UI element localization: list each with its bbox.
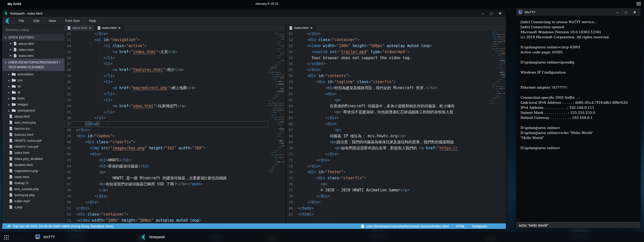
code-line[interactable]: 63 在香港的Minecraft 伺服器中，多為小遊戲和純生存的伺服器，較少擁有 [286,103,489,109]
sidebar-file[interactable]: HKWTC rule.pdf [2,144,65,150]
sidebar-folder[interactable]: css [2,77,65,83]
code-line[interactable]: 67 <p> [286,127,489,133]
code-line[interactable]: 27 <li> [65,61,268,67]
chevron-right-icon[interactable] [8,90,10,94]
code-line[interactable]: 52 <div class="container"> [286,37,489,43]
menu-item[interactable]: File [14,17,29,25]
code-line[interactable]: 25 <a href="index.html">主頁</a> [65,49,268,55]
sidebar-folder[interactable]: yamiyamimi [2,107,65,113]
system-menu-title[interactable]: My ArOZ [8,2,21,6]
sidebar-file[interactable]: index.php_disabled [2,156,65,162]
close-icon[interactable]: ✕ [9,48,12,51]
swap-arrows-icon[interactable]: ⇄ [7,224,11,228]
code-line[interactable]: 79 </div> [286,199,489,205]
code-line[interactable]: 55 Your browser does not support the vid… [286,55,489,61]
sidebar-file[interactable]: x.php [2,204,65,210]
sidebar-file[interactable]: trailer.mp4 [2,198,65,204]
code-line[interactable]: 61 <div> [286,91,489,97]
app-grid-icon[interactable] [4,234,9,239]
tab-close-icon[interactable]: ✕ [89,26,91,30]
open-editor-item[interactable]: ✕ index.html [2,47,65,53]
sidebar-file[interactable]: teabag.7z [2,180,65,186]
code-line[interactable]: 53<video width="100%" height="500px" aut… [65,218,268,223]
sidebar-file[interactable]: about.html [2,113,65,119]
code-line[interactable]: 50 </div> [65,199,268,205]
menu-item[interactable]: Edit [29,17,44,25]
code-line[interactable]: 34 <a href="news.html">玩家傳送門</a> [65,103,268,109]
code-line[interactable]: 49 </div> [65,193,268,199]
code-line[interactable]: 30 <li> [65,79,268,85]
close-button[interactable] [496,11,504,16]
code-line[interactable]: 29 </li> [65,73,268,79]
code-line[interactable]: 59 <div id="tagline" class="clearfix"> [286,79,489,85]
code-line[interactable]: 62 <p> [286,97,489,103]
code-line[interactable]: 47 <b>你知道我們全線伺服器已轉用 SSD 了嗎？</b></span> [65,181,268,187]
tab-close-icon[interactable]: ✕ [310,26,313,30]
maximize-button[interactable] [622,9,630,15]
minimap-right[interactable]: </div> <div class="container"> <video wi… [489,31,505,223]
code-line[interactable]: 76 <p> [286,181,489,187]
tab-close-icon[interactable]: ✕ [118,26,121,30]
code-line[interactable]: 64 <p> 即使你不是建築師，你也能透過紅石師或鐵路工程師的身份加入我 [286,109,489,115]
menu-item[interactable]: Font Size [61,17,84,25]
open-editors-section[interactable]: OPEN EDITORS [2,34,65,41]
code-line[interactable]: 32 </li> [65,91,268,97]
code-line[interactable]: 42 <div> [65,151,268,157]
notepad-titlebar[interactable]: NotepadA - index.html [2,10,506,17]
sidebar-file[interactable]: index.html [2,150,65,156]
sidebar-file[interactable]: add_vhost.php [2,119,65,125]
code-line[interactable]: 40 <div class="clearfix"> [65,139,268,145]
statusbar-filepath[interactable]: user:/Desktop/screenshot/test/www cleane… [366,224,449,228]
hamburger-menu-icon[interactable] [636,2,641,5]
code-line[interactable]: 77 © 2018 - 2019 HKWTC Animation Gamer</… [286,187,489,193]
code-line[interactable]: 75 <div class="clearfix"> [286,175,489,181]
code-line[interactable]: 60 <h1>特別為建築及鐵路而設，現代化的 Minecraft 世界.</h1… [286,85,489,91]
minimize-button[interactable] [614,9,621,15]
code-line[interactable]: 69 <p>請注意，我們的伺服器為確保玩家及遊玩時的質素，我們對的服器開啟 [286,139,489,145]
code-line[interactable]: 54 <source src="trailer.mp4" type="video… [286,49,489,55]
sidebar-file[interactable]: test_sockets.php [2,186,65,192]
sidebar-file[interactable]: testmysql.php [2,192,65,198]
sidebar-file[interactable]: features.html [2,131,65,137]
code-line[interactable]: 48 </p> [65,187,268,193]
chevron-right-icon[interactable] [8,84,10,88]
sidebar-folder[interactable]: dc [2,83,65,89]
code-line[interactable]: 26 </li> [65,55,268,61]
code-line[interactable]: 58 <div id="contents"> [286,73,489,79]
code-area-right[interactable]: 51 </div> 52 <div class="container"> 53 … [286,31,489,223]
code-line[interactable]: 51</div> [65,205,268,212]
code-line[interactable]: 53 <video width="100%" height="500px" au… [286,43,489,49]
code-line[interactable]: 72 </div> [286,157,489,163]
sidebar-file[interactable]: HKWTC notice.pdf [2,137,65,144]
editor-tab[interactable]: about.html ✕ [65,25,95,31]
code-line[interactable]: 57 </div> [286,67,489,73]
code-line[interactable]: 80</body> [286,205,489,212]
code-line[interactable]: 56 </video> [286,61,489,67]
code-line[interactable]: 31 <a href="mapredirect.php">網上地圖</a> [65,85,268,91]
code-line[interactable]: 70 <p>如有問題或需要申請白名單，歡迎加入我們的 <a href="http… [286,145,489,151]
sidebar-file[interactable]: location.html [2,162,65,168]
sidebar-file[interactable]: favicon.ico [2,125,65,131]
close-icon[interactable]: ✕ [9,42,12,45]
sidebar-file[interactable]: mapredirect.php [2,168,65,174]
code-line[interactable]: 74 <div id="footer"> [286,169,489,175]
close-button[interactable] [631,9,638,15]
taskbar-item-wstty[interactable]: WsTTY [35,233,55,241]
code-line[interactable]: 35 </li> [65,109,268,115]
code-area-left[interactable]: 22 </div> 23 <ul id="navigation"> 24 <li… [65,31,268,223]
code-line[interactable]: 39<div id="topbox"> [65,133,268,139]
open-editor-item[interactable]: ✕ index.html [2,53,65,59]
code-line[interactable]: 68 伺服器 IP 地址為： mcs.hkwtc.org</p> [286,133,489,139]
code-line[interactable]: 33 <li> [65,97,268,103]
taskbar-item-notepada[interactable]: NotepadA [141,233,165,241]
chevron-right-icon[interactable] [8,102,10,106]
menu-item[interactable]: Help [84,17,101,25]
terminal-output[interactable]: [info] Conencting to arozos WsTTY servic… [516,16,640,222]
terminal-input[interactable]: echo "Hello World" [516,222,640,228]
sidebar-folder[interactable]: images [2,101,65,107]
sidebar-file[interactable]: news.html [2,174,65,180]
code-line[interactable]: 24 <li class="active"> [65,43,268,49]
code-line[interactable]: 22 </div> [65,31,268,37]
maximize-button[interactable] [488,11,495,16]
code-line[interactable]: 37 </div> [65,121,268,127]
